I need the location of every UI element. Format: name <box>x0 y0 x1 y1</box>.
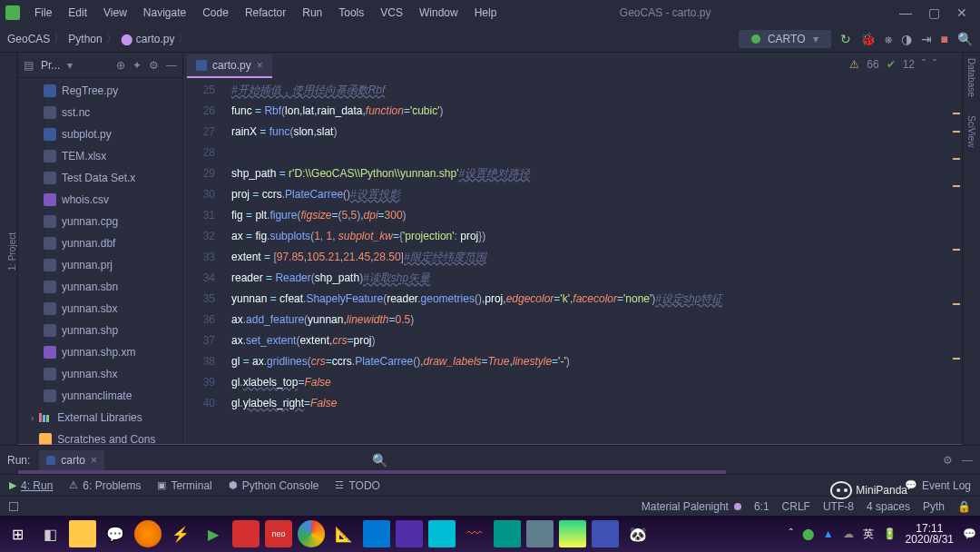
app-icon-2[interactable]: neo <box>265 520 292 547</box>
line-number[interactable]: 31 <box>183 205 215 226</box>
app-icon-7[interactable] <box>494 520 521 547</box>
close-run-tab-icon[interactable]: × <box>91 454 97 467</box>
code-line[interactable]: gl.xlabels_top=False <box>231 372 962 393</box>
code-line[interactable]: fig = plt.figure(figsize=(5,5),dpi=300) <box>231 205 962 226</box>
menu-navigate[interactable]: Navigate <box>136 3 193 23</box>
tree-file[interactable]: Test Data Set.x <box>18 167 182 189</box>
line-number[interactable]: 32 <box>183 226 215 247</box>
sidebar-tab-database[interactable]: Database <box>966 58 976 97</box>
line-number[interactable]: 34 <box>183 268 215 289</box>
code-area[interactable]: 25262728293031323334353637383940 #开始插值，使… <box>183 78 962 445</box>
line-number[interactable]: 39 <box>183 372 215 393</box>
status-encoding[interactable]: UTF-8 <box>823 500 854 513</box>
explorer-icon[interactable] <box>69 520 96 547</box>
code-line[interactable]: extent = [97.85,105.21,21.45,28.50]#限定经纬… <box>231 247 962 268</box>
line-number[interactable]: 28 <box>183 143 215 163</box>
attach-button[interactable]: ⇥ <box>921 32 932 46</box>
tree-file[interactable]: yunnan.shx <box>18 363 182 385</box>
tray-app-icon[interactable]: ⬤ <box>802 527 814 540</box>
line-number[interactable]: 38 <box>183 351 215 372</box>
chevron-up-icon[interactable]: ˆ <box>922 58 926 71</box>
app-icon-5[interactable] <box>428 520 456 547</box>
close-icon[interactable]: ✕ <box>956 5 967 20</box>
status-box-icon[interactable] <box>9 502 18 511</box>
app-icon-4[interactable] <box>396 520 423 547</box>
code-line[interactable]: ax = fig.subplots(1, 1, subplot_kw={'pro… <box>231 226 962 247</box>
line-number[interactable]: 36 <box>183 310 215 330</box>
tray-lang[interactable]: 英 <box>863 527 874 542</box>
tree-file[interactable]: yunnan.sbn <box>18 276 182 298</box>
tree-file[interactable]: yunnan.sbx <box>18 298 182 320</box>
tray-onedrive-icon[interactable]: ☁ <box>843 527 854 540</box>
code-line[interactable]: func = Rbf(lon,lat,rain_data,function='c… <box>231 101 962 122</box>
tree-file[interactable]: subplot.py <box>18 123 182 145</box>
tree-scratches[interactable]: ›Scratches and Cons <box>18 429 182 445</box>
tree-file[interactable]: RegTree.py <box>18 80 182 102</box>
tree-file[interactable]: yunnan.dbf <box>18 232 182 254</box>
coverage-button[interactable]: ⎈ <box>885 32 892 46</box>
run-config-selector[interactable]: CARTO ▾ <box>739 30 831 48</box>
status-python[interactable]: Pyth <box>923 500 945 513</box>
tree-file[interactable]: yunnan.shp.xm <box>18 341 182 363</box>
debug-button[interactable]: 🐞 <box>860 32 876 46</box>
menu-view[interactable]: View <box>96 3 134 23</box>
hide-run-icon[interactable]: — <box>962 454 973 467</box>
tray-chevron-icon[interactable]: ˆ <box>789 527 793 540</box>
tree-file[interactable]: sst.nc <box>18 102 182 123</box>
code-line[interactable]: gl.ylabels_right=False <box>231 393 962 414</box>
code-line[interactable]: #开始插值，使用径向基函数Rbf <box>231 80 962 101</box>
error-stripe[interactable] <box>953 104 962 445</box>
line-number[interactable]: 33 <box>183 247 215 268</box>
close-tab-icon[interactable]: × <box>257 59 263 72</box>
chrome-icon[interactable] <box>298 520 325 547</box>
tree-external-libraries[interactable]: ›External Libraries <box>18 407 182 429</box>
hide-icon[interactable]: — <box>166 59 177 72</box>
stop-button[interactable]: ■ <box>941 32 948 46</box>
sidebar-tab-project[interactable]: 1: Project <box>7 232 17 271</box>
start-button[interactable]: ⊞ <box>4 520 31 547</box>
app-icon-3[interactable] <box>363 520 390 547</box>
tree-file[interactable]: yunnan.cpg <box>18 211 182 232</box>
line-number[interactable]: 26 <box>183 101 215 122</box>
tray-notifications-icon[interactable]: 💬 <box>963 527 976 540</box>
breadcrumb-folder[interactable]: Python <box>68 33 102 45</box>
menu-run[interactable]: Run <box>295 3 329 23</box>
minimize-icon[interactable]: — <box>899 5 912 20</box>
play-store-icon[interactable]: ▶ <box>200 520 227 547</box>
app-icon-9[interactable] <box>592 520 619 547</box>
tab-todo[interactable]: ☲TODO <box>335 479 379 492</box>
breadcrumb-root[interactable]: GeoCAS <box>7 33 50 45</box>
code-line[interactable]: yunnan = cfeat.ShapelyFeature(reader.geo… <box>231 289 962 310</box>
tree-file[interactable]: yunnan.shp <box>18 320 182 341</box>
tree-file[interactable]: yunnan.prj <box>18 254 182 276</box>
breadcrumb-file[interactable]: carto.py <box>136 33 175 45</box>
task-view-icon[interactable]: ◧ <box>36 520 64 547</box>
code-line[interactable]: ax.add_feature(yunnan,linewidth=0.5) <box>231 310 962 330</box>
status-position[interactable]: 6:1 <box>754 500 769 513</box>
expand-icon[interactable]: ✦ <box>132 59 142 72</box>
status-eol[interactable]: CRLF <box>782 500 810 513</box>
chevron-down-icon[interactable]: ˇ <box>933 58 936 71</box>
tree-file[interactable]: whois.csv <box>18 189 182 211</box>
line-number[interactable]: 35 <box>183 289 215 310</box>
code-line[interactable] <box>231 143 962 163</box>
find-icon[interactable]: 🔍 <box>372 453 387 468</box>
tab-event-log[interactable]: 💬Event Log <box>905 479 971 492</box>
code-lines[interactable]: #开始插值，使用径向基函数Rbffunc = Rbf(lon,lat,rain_… <box>224 78 962 445</box>
breadcrumb[interactable]: GeoCAS 〉 Python 〉 ⬤ carto.py 〉 <box>7 31 189 46</box>
target-icon[interactable]: ⊕ <box>116 59 125 72</box>
maximize-icon[interactable]: ▢ <box>928 5 940 20</box>
line-number[interactable]: 37 <box>183 330 215 351</box>
status-indent[interactable]: 4 spaces <box>867 500 910 513</box>
menu-tools[interactable]: Tools <box>331 3 371 23</box>
tab-carto[interactable]: carto.py × <box>187 54 272 78</box>
code-line[interactable]: gl = ax.gridlines(crs=ccrs.PlateCarree()… <box>231 351 962 372</box>
run-tab[interactable]: carto × <box>39 450 104 470</box>
code-line[interactable]: rainX = func(slon,slat) <box>231 122 962 143</box>
search-button[interactable]: 🔍 <box>957 32 973 46</box>
tray-app-icon[interactable]: ▲ <box>823 527 834 540</box>
settings-icon[interactable]: ⚙ <box>149 59 159 72</box>
inspection-widget[interactable]: ⚠66 ✔12 ˆ ˇ <box>849 58 936 71</box>
pycharm-icon[interactable] <box>559 520 586 547</box>
tab-terminal[interactable]: ▣Terminal <box>157 479 211 492</box>
